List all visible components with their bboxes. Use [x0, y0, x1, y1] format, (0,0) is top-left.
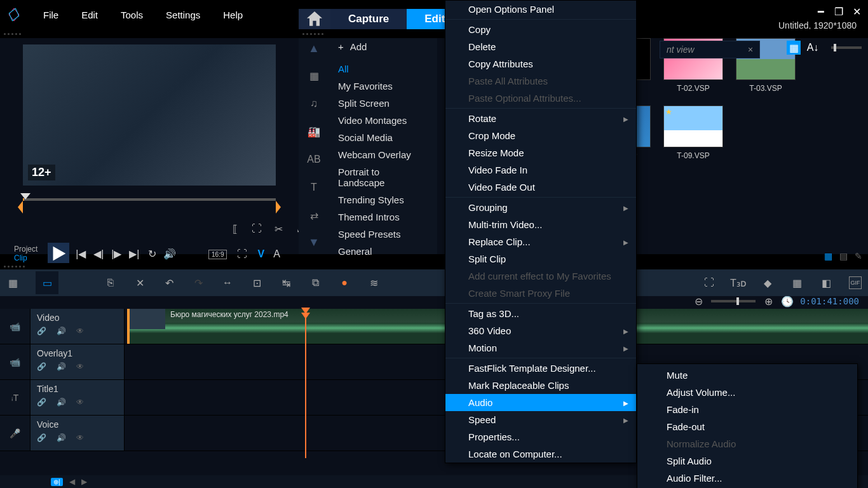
mute-icon[interactable]: 👁 — [76, 327, 84, 336]
track-header[interactable]: 🎤 — [0, 416, 31, 451]
playhead-line[interactable] — [305, 309, 306, 458]
category-item[interactable]: Portrait to Landscape — [329, 163, 437, 191]
context-menu-item[interactable]: Multi-trim Video... — [445, 216, 636, 233]
split-icon[interactable]: ✂ — [272, 222, 285, 235]
mute-icon[interactable]: 👁 — [76, 362, 84, 371]
track-label-area[interactable]: Video🔗🔊👁 — [31, 309, 125, 344]
undo-icon[interactable]: ↶ — [163, 276, 175, 289]
context-menu-item[interactable]: Crop Mode — [445, 127, 636, 144]
menu-file[interactable]: File — [32, 4, 70, 25]
context-menu-item[interactable]: Grouping▶ — [445, 199, 636, 216]
context-menu-item[interactable]: Speed▶ — [445, 411, 636, 428]
menu-tools[interactable]: Tools — [109, 4, 154, 25]
timeline-zoom-slider[interactable] — [711, 300, 756, 302]
submenu-item[interactable]: Fade-in — [637, 401, 857, 418]
scroll-down-icon[interactable]: ▼ — [308, 236, 320, 249]
lock-icon[interactable]: 🔊 — [57, 433, 66, 442]
volume-icon[interactable]: 🔊 — [163, 247, 176, 260]
video-toggle[interactable]: V — [257, 248, 264, 260]
timeline-grip[interactable] — [0, 263, 868, 269]
category-item[interactable]: Trending Styles — [329, 191, 437, 208]
lock-icon[interactable]: 🔊 — [57, 362, 66, 371]
prev-frame-icon[interactable]: ◀| — [92, 247, 105, 260]
scroll-right-icon[interactable]: ▶ — [81, 477, 87, 486]
resize-tool-icon[interactable]: ⛶ — [236, 248, 248, 261]
scroll-marker[interactable]: ⊕| — [51, 478, 63, 486]
category-item[interactable]: Split Screen — [329, 95, 437, 112]
transition-icon[interactable]: ⇄ — [306, 208, 322, 223]
clear-search-icon[interactable]: × — [748, 44, 753, 55]
fit-project-icon[interactable]: ⛶ — [703, 276, 715, 289]
play-button[interactable] — [48, 243, 69, 264]
zoom-out-icon[interactable]: ⊖ — [692, 295, 705, 308]
track-header[interactable]: ᵢT — [0, 380, 31, 415]
audio-toggle[interactable]: A — [273, 248, 280, 260]
context-menu-item[interactable]: Copy Attributes — [445, 55, 636, 72]
scroll-up-icon[interactable]: ▲ — [308, 42, 320, 55]
fit-width-icon[interactable]: ↔ — [221, 276, 234, 289]
track-label-area[interactable]: Title1🔗🔊👁 — [31, 380, 125, 415]
context-menu-item[interactable]: Audio▶ — [445, 394, 636, 411]
submenu-item[interactable]: Fade-out — [637, 418, 857, 435]
track-header[interactable]: 📹 — [0, 309, 31, 344]
context-menu-item[interactable]: Replace Clip...▶ — [445, 233, 636, 250]
preview-scrubber[interactable] — [23, 193, 276, 208]
selection-icon[interactable]: ↹ — [280, 276, 292, 289]
sort-icon[interactable]: A↓ — [806, 41, 820, 55]
minimize-button[interactable]: ━ — [816, 6, 826, 17]
record-icon[interactable]: ● — [338, 276, 351, 289]
tab-capture[interactable]: Capture — [330, 9, 407, 29]
context-menu-item[interactable]: Video Fade In — [445, 161, 636, 179]
restore-button[interactable]: ❐ — [834, 6, 844, 17]
mask-icon[interactable]: ▦ — [790, 276, 803, 289]
timeline-view-icon[interactable]: ▭ — [36, 271, 58, 294]
context-menu-item[interactable]: Open Options Panel — [445, 1, 636, 18]
category-item[interactable]: Video Montages — [329, 112, 437, 129]
lock-icon[interactable]: 🔊 — [57, 398, 66, 407]
go-start-icon[interactable]: |◀ — [74, 247, 87, 260]
context-menu-item[interactable]: Copy — [445, 21, 636, 38]
timeline-timecode[interactable]: 0:01:41:000 — [800, 296, 859, 306]
context-menu-item[interactable]: Delete — [445, 38, 636, 55]
close-button[interactable]: ✕ — [851, 6, 862, 17]
zoom-in-icon[interactable]: ⊕ — [762, 295, 775, 308]
storyboard-icon[interactable]: ▦ — [6, 276, 19, 289]
context-menu-item[interactable]: Resize Mode — [445, 144, 636, 161]
submenu-item[interactable]: Split Audio — [637, 452, 857, 470]
mute-icon[interactable]: 👁 — [76, 398, 84, 407]
lock-icon[interactable]: 🔊 — [57, 327, 66, 336]
submenu-item[interactable]: Mute — [637, 367, 857, 384]
scroll-left-icon[interactable]: ◀ — [69, 477, 75, 486]
tools-icon[interactable]: ✕ — [133, 276, 146, 289]
3d-icon[interactable]: T₃ᴅ — [732, 276, 745, 289]
submenu-item[interactable]: Audio Filter... — [637, 470, 857, 487]
link-icon[interactable]: 🔗 — [37, 362, 46, 371]
context-menu-item[interactable]: Properties... — [445, 428, 636, 445]
options-icon[interactable]: ✎ — [853, 250, 864, 262]
category-item[interactable]: My Favorites — [329, 78, 437, 95]
audio-icon[interactable]: ♫ — [306, 96, 322, 111]
add-category[interactable]: + Add — [329, 38, 437, 55]
context-menu-item[interactable]: Locate on Computer... — [445, 445, 636, 463]
color-icon[interactable]: ◧ — [820, 276, 832, 289]
track-label-area[interactable]: Voice🔗🔊👁 — [31, 416, 125, 451]
context-menu-item[interactable]: Split Clip — [445, 250, 636, 268]
list-view-icon[interactable]: ▤ — [837, 250, 849, 262]
media-icon[interactable]: ▦ — [306, 68, 322, 83]
mute-icon[interactable]: 👁 — [76, 433, 84, 442]
link-icon[interactable]: 🔗 — [37, 433, 46, 442]
category-item[interactable]: Themed Intros — [329, 208, 437, 226]
menu-help[interactable]: Help — [212, 4, 254, 25]
library-view-icon[interactable]: ▦ — [822, 250, 834, 262]
crop-icon[interactable]: ⛶ — [250, 222, 263, 235]
grid-view-icon[interactable]: ▦ — [787, 41, 801, 55]
preview-viewport[interactable]: 12+ — [23, 44, 276, 186]
group-icon[interactable]: ⧉ — [309, 276, 322, 289]
template-item[interactable]: ★T-09.VSP — [663, 105, 723, 160]
title-icon[interactable]: AB — [306, 152, 322, 167]
thumbnail-zoom-slider[interactable] — [831, 46, 862, 49]
category-item[interactable]: All — [329, 60, 437, 78]
next-frame-icon[interactable]: |▶ — [110, 247, 123, 260]
submenu-item[interactable]: Adjust Volume... — [637, 384, 857, 401]
redo-icon[interactable]: ↷ — [192, 276, 205, 289]
